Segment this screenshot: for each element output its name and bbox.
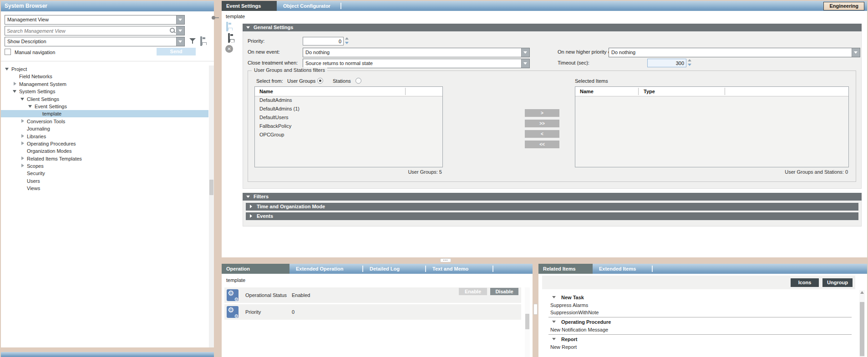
chevron-down-icon[interactable] — [176, 37, 184, 46]
table-row-fallbackpolicy[interactable]: FallbackPolicy — [255, 122, 442, 131]
search-input[interactable] — [6, 27, 165, 35]
tree-item-template[interactable]: template — [1, 110, 208, 117]
chevron-down-icon[interactable] — [852, 48, 860, 57]
tree-item-system-settings[interactable]: System Settings — [1, 88, 208, 95]
ungroup-button[interactable]: Ungroup — [822, 278, 853, 287]
timeout-stepper[interactable] — [687, 58, 692, 67]
operation-scrollbar[interactable] — [525, 287, 530, 357]
tab-detailed-log[interactable]: Detailed Log — [363, 264, 425, 274]
tab-extended-operation[interactable]: Extended Operation — [289, 264, 362, 274]
tree-item-libraries[interactable]: Libraries — [1, 133, 208, 140]
related-group-new-task[interactable]: New Task — [542, 294, 853, 302]
scroll-up-icon[interactable] — [860, 291, 864, 294]
operational-status-row[interactable]: Operational Status Enabled Enable Disabl… — [224, 287, 521, 303]
column-header-name[interactable]: Name — [580, 89, 594, 94]
tree-scrollbar-thumb[interactable] — [209, 180, 213, 195]
expand-arrow-icon[interactable] — [20, 119, 27, 123]
chevron-down-icon[interactable] — [521, 48, 529, 57]
selected-items-table[interactable]: Name Type — [575, 86, 849, 167]
chevron-down-icon[interactable] — [176, 26, 184, 35]
collapse-arrow-icon[interactable] — [552, 338, 556, 340]
stations-radio[interactable] — [355, 78, 361, 84]
related-scrollbar-thumb[interactable] — [860, 302, 864, 356]
tree-item-scopes[interactable]: Scopes — [1, 162, 208, 170]
table-row-opcgroup[interactable]: OPCGroup — [255, 131, 442, 140]
tab-extended-items[interactable]: Extended Items — [593, 264, 652, 274]
tree-item-field-networks[interactable]: Field Networks — [1, 73, 208, 80]
remove-button[interactable]: < — [525, 130, 559, 138]
collapse-icon[interactable] — [246, 26, 250, 29]
tree-item-event-settings[interactable]: Event Settings — [1, 103, 208, 110]
add-button[interactable]: > — [525, 109, 559, 117]
expand-arrow-icon[interactable] — [20, 156, 27, 161]
available-table-header[interactable]: Name — [255, 87, 442, 96]
vertical-splitter-grip[interactable] — [533, 304, 538, 315]
collapse-arrow-icon[interactable] — [20, 96, 27, 101]
save-as-icon[interactable] — [228, 33, 230, 43]
column-separator[interactable] — [638, 88, 639, 95]
on-new-event-dropdown[interactable]: Do nothing — [303, 48, 530, 57]
tab-text-and-memo[interactable]: Text and Memo — [426, 264, 492, 274]
collapse-arrow-icon[interactable] — [552, 321, 556, 323]
column-separator[interactable] — [405, 88, 406, 95]
tree-item-client-settings[interactable]: Client Settings — [1, 96, 208, 103]
general-settings-header[interactable]: General Settings — [243, 24, 862, 31]
timeout-input[interactable] — [647, 59, 686, 67]
chevron-down-icon[interactable] — [521, 59, 529, 68]
column-separator[interactable] — [725, 88, 725, 95]
tree-item-organization-modes[interactable]: Organization Modes — [1, 147, 208, 155]
collapse-icon[interactable] — [246, 196, 250, 198]
tab-operation[interactable]: Operation — [222, 264, 289, 274]
close-treatment-dropdown[interactable]: Source returns to normal state — [303, 59, 530, 68]
horizontal-splitter-grip[interactable]: ••• — [440, 258, 451, 262]
docked-panel-header[interactable] — [1, 352, 214, 357]
table-row-defaultadmins-1[interactable]: DefaultAdmins (1) — [255, 105, 442, 114]
manual-navigation-checkbox[interactable] — [5, 49, 11, 55]
table-row-defaultusers[interactable]: DefaultUsers — [255, 114, 442, 122]
save-view-icon[interactable] — [200, 36, 202, 46]
tree-scrollbar[interactable] — [209, 65, 214, 347]
chevron-down-icon[interactable] — [176, 15, 184, 24]
higher-priority-dropdown[interactable]: Do nothing — [609, 48, 860, 57]
filters-section-header[interactable]: Filters — [243, 193, 862, 201]
expand-arrow-icon[interactable] — [20, 163, 27, 168]
tree-item-management-system[interactable]: Management System — [1, 80, 208, 88]
priority-stepper[interactable] — [344, 36, 349, 45]
expand-icon[interactable] — [250, 214, 252, 218]
collapse-arrow-icon[interactable] — [28, 104, 35, 108]
enable-button[interactable]: Enable — [459, 288, 487, 295]
search-icon[interactable] — [169, 27, 176, 34]
add-all-button[interactable]: >> — [525, 120, 559, 127]
tree-item-conversion-tools[interactable]: Conversion Tools — [1, 118, 208, 125]
priority-input[interactable] — [303, 37, 344, 45]
tab-related-items[interactable]: Related Items — [538, 264, 593, 274]
events-section-header[interactable]: Events — [246, 212, 858, 220]
tree-item-project[interactable]: Project — [1, 65, 208, 73]
related-scrollbar[interactable] — [859, 290, 865, 357]
save-icon[interactable] — [226, 22, 228, 31]
related-item-new-report[interactable]: New Report — [542, 343, 853, 351]
tree-item-security[interactable]: Security — [1, 170, 208, 177]
related-item-suppress-alarms[interactable]: Suppress Alarms — [542, 302, 853, 309]
related-item-suppressionwithnote[interactable]: SuppressionWithNote — [542, 309, 853, 316]
tree-item-operating-procedures[interactable]: Operating Procedures — [1, 140, 208, 147]
expand-arrow-icon[interactable] — [12, 81, 19, 86]
table-row-defaultadmins[interactable]: DefaultAdmins — [255, 96, 442, 105]
discard-icon[interactable]: ✕ — [225, 45, 233, 53]
column-header-name[interactable]: Name — [259, 89, 273, 94]
tab-event-settings[interactable]: Event Settings — [222, 1, 277, 11]
priority-row[interactable]: Priority 0 — [224, 304, 521, 320]
disable-button[interactable]: Disable — [490, 288, 518, 295]
related-group-operating-procedure[interactable]: Operating Procedure — [542, 318, 853, 326]
available-items-table[interactable]: Name DefaultAdminsDefaultAdmins (1)Defau… — [254, 86, 443, 167]
view-selector[interactable]: Management View — [5, 15, 185, 25]
tab-object-configurator[interactable]: Object Configurator — [277, 1, 340, 11]
operation-scrollbar-thumb[interactable] — [525, 314, 529, 329]
related-group-report[interactable]: Report — [542, 336, 853, 343]
expand-arrow-icon[interactable] — [20, 141, 27, 146]
send-button[interactable]: Send — [157, 48, 196, 55]
engineering-mode-button[interactable]: Engineering — [823, 2, 864, 10]
user-groups-radio[interactable] — [317, 78, 323, 84]
selected-table-header[interactable]: Name Type — [575, 87, 848, 96]
tree-item-related-items-templates[interactable]: Related Items Templates — [1, 155, 208, 162]
